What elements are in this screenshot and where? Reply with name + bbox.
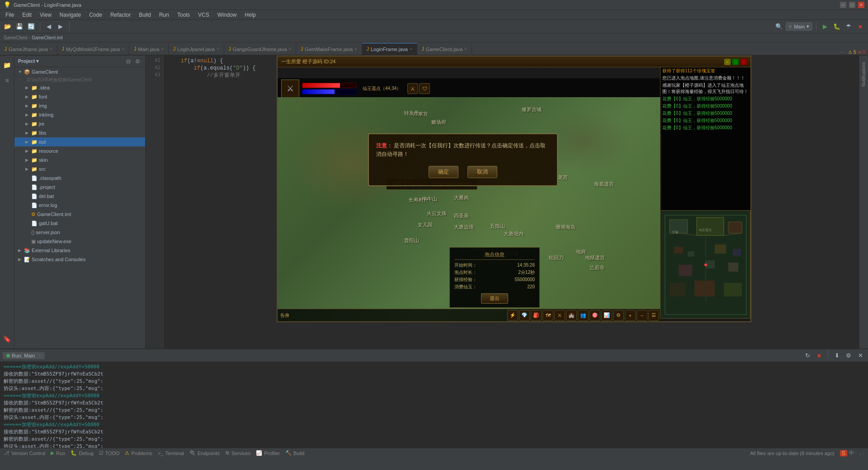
run-tab[interactable]: Run: Main ×	[3, 352, 45, 359]
menu-window[interactable]: Window	[214, 11, 241, 19]
tree-idea[interactable]: ▶ 📁 .idea	[14, 83, 145, 92]
todo-tab[interactable]: ☑ TODO	[99, 450, 120, 456]
tab-gangsguard[interactable]: J GangsGuardJframe.java ×	[224, 43, 297, 55]
skill-icon-2[interactable]: 🛡	[419, 83, 430, 94]
tree-external-libraries[interactable]: ▶ 📚 External Libraries	[14, 246, 145, 255]
hud-btn-4[interactable]: 🗺	[542, 310, 553, 321]
run-status-tab[interactable]: ▶ Run	[51, 450, 65, 456]
menu-build[interactable]: Build	[135, 11, 155, 19]
menu-edit[interactable]: Edit	[19, 11, 35, 19]
close-tab-icon[interactable]: ×	[464, 47, 467, 52]
hud-btn-zoom-out[interactable]: −	[637, 310, 647, 321]
build-tab[interactable]: 🔨 Build	[285, 450, 304, 456]
hud-btn-1[interactable]: ⚡	[507, 310, 518, 321]
tree-img[interactable]: ▶ 📁 img	[14, 101, 145, 110]
coverage-button[interactable]: ☂	[844, 22, 854, 32]
version-control-tab[interactable]: ⎇ Version Control	[4, 450, 45, 456]
scroll-to-end-button[interactable]: ⬇	[832, 351, 842, 361]
tab-loginjpanel[interactable]: J LoginJpanel.java ×	[169, 43, 224, 55]
tree-src[interactable]: ▶ 📁 src	[14, 164, 145, 174]
debug-build-button[interactable]: 🐛	[832, 22, 842, 32]
collapse-all-icon[interactable]: ⊟	[125, 58, 132, 65]
close-button[interactable]: ✕	[858, 2, 864, 8]
close-tab-icon[interactable]: ×	[354, 47, 357, 52]
forward-button[interactable]: ▶	[56, 22, 66, 32]
tree-libs[interactable]: ▶ 📁 libs	[14, 128, 145, 137]
menu-file[interactable]: File	[2, 11, 18, 19]
tree-project[interactable]: 📄 .project	[14, 183, 145, 192]
hud-btn-9[interactable]: 📊	[601, 310, 612, 321]
tree-scratches[interactable]: ▶ 📝 Scratches and Consoles	[14, 255, 145, 264]
problems-tab[interactable]: ⚠ Problems	[125, 450, 152, 456]
stop-button[interactable]: ■	[855, 22, 865, 32]
menu-refactor[interactable]: Refactor	[107, 11, 134, 19]
menu-help[interactable]: Help	[241, 11, 259, 19]
tab-overflow-icon[interactable]: ⋯	[840, 50, 844, 55]
open-file-button[interactable]: 📂	[3, 22, 13, 32]
hud-btn-3[interactable]: 🎒	[531, 310, 542, 321]
menu-navigate[interactable]: Navigate	[56, 11, 85, 19]
search-button[interactable]: 🔍	[774, 22, 784, 32]
tree-classpath[interactable]: 📄 .classpath	[14, 174, 145, 183]
tree-delbat[interactable]: 📄 del.bat	[14, 192, 145, 201]
game-close-button[interactable]: ✕	[741, 59, 747, 65]
menu-vcs[interactable]: VCS	[194, 11, 213, 19]
hud-btn-5[interactable]: ⚔	[554, 310, 565, 321]
hud-btn-2[interactable]: 💎	[519, 310, 530, 321]
dialog-confirm-button[interactable]: 确定	[429, 166, 458, 178]
tree-item-gameclient[interactable]: ▼ 📦 GameClient	[14, 67, 145, 76]
rerun-button[interactable]: ↻	[802, 351, 812, 361]
tab-gemmake[interactable]: J GemMakeFrame.java ×	[296, 43, 362, 55]
game-map[interactable]: 修罗古城 广寒宫 赌场府 天宫 方丈山 长寿村 宝象国 化生寺 龙宫 海底遗宫 …	[278, 97, 662, 321]
settings-run-button[interactable]: ⚙	[844, 351, 854, 361]
hud-btn-10[interactable]: ⚙	[613, 310, 624, 321]
hud-btn-menu[interactable]: ☰	[648, 310, 659, 321]
game-minimize-button[interactable]: −	[724, 59, 731, 65]
bookmarks-icon[interactable]: 🔖	[1, 333, 13, 345]
tree-jre[interactable]: ▶ 📁 jre	[14, 119, 145, 128]
tree-skin[interactable]: ▶ 📁 skin	[14, 155, 145, 164]
dialog-cancel-button[interactable]: 取消	[467, 166, 497, 178]
hud-btn-8[interactable]: 🎯	[590, 310, 600, 321]
settings-icon[interactable]: ⚙	[134, 58, 142, 65]
code-editor[interactable]: 41 42 43 if(a!=null) { if(a.equals("D"))…	[146, 56, 859, 348]
tree-updatenewexe[interactable]: ▣ updateNew.exe	[14, 237, 145, 246]
back-button[interactable]: ◀	[44, 22, 54, 32]
debug-tab[interactable]: 🐛 Debug	[71, 450, 93, 456]
tab-loginframe[interactable]: J LoginFrame.java ×	[362, 43, 417, 55]
hud-btn-7[interactable]: 👥	[578, 310, 589, 321]
close-bottom-button[interactable]: ✕	[855, 351, 865, 361]
close-tab-icon[interactable]: ×	[50, 47, 52, 52]
tree-out[interactable]: ▶ 📁 out	[14, 137, 145, 146]
tree-gameclientiml[interactable]: ⚙ GameClient.iml	[14, 210, 145, 219]
game-maximize-button[interactable]: □	[732, 59, 739, 65]
notifications-label[interactable]: Notifications	[860, 60, 867, 88]
tree-serverjson[interactable]: {} server.json	[14, 228, 145, 237]
close-tab-icon[interactable]: ×	[217, 47, 219, 52]
endpoints-tab[interactable]: 🔌 Endpoints	[189, 450, 220, 456]
terminal-tab[interactable]: >_ Terminal	[158, 451, 184, 456]
run-build-button[interactable]: ▶	[820, 22, 830, 32]
close-run-tab-icon[interactable]: ×	[38, 353, 41, 358]
tab-myqdmodel[interactable]: J MyQdModelJFrame.java ×	[57, 43, 130, 55]
menu-tools[interactable]: Tools	[174, 11, 193, 19]
menu-code[interactable]: Code	[85, 11, 106, 19]
sync-button[interactable]: 🔄	[26, 22, 36, 32]
minimize-button[interactable]: −	[840, 2, 846, 8]
tree-gatubat[interactable]: 📄 gatU.bat	[14, 219, 145, 228]
tree-errorlog[interactable]: 📄 error.log	[14, 201, 145, 210]
branch-selector[interactable]: ⑂ Main ▾	[786, 22, 812, 31]
skill-icon-1[interactable]: ⚔	[407, 83, 418, 94]
close-tab-icon[interactable]: ×	[289, 47, 292, 52]
tree-inkimg[interactable]: ▶ 📁 inkImg	[14, 110, 145, 119]
maximize-button[interactable]: □	[849, 2, 855, 8]
close-tab-icon[interactable]: ×	[410, 47, 412, 52]
close-tab-icon[interactable]: ×	[122, 47, 124, 52]
menu-run[interactable]: Run	[156, 11, 173, 19]
tab-gameclient[interactable]: J GameClient.java ×	[417, 43, 472, 55]
hud-btn-zoom-in[interactable]: +	[625, 310, 636, 321]
tree-font[interactable]: ▶ 📁 font	[14, 92, 145, 101]
profiler-tab[interactable]: 📈 Profiler	[256, 450, 280, 456]
stop-run-button[interactable]: ■	[814, 351, 824, 361]
hud-btn-6[interactable]: 🏰	[566, 310, 577, 321]
